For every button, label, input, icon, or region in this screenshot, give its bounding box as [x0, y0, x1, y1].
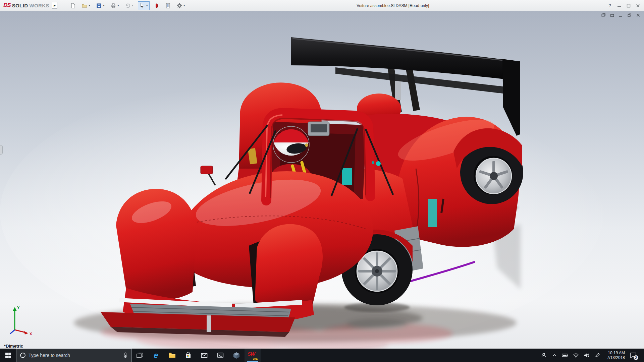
- people-icon: [541, 352, 547, 358]
- start-button[interactable]: [0, 349, 16, 362]
- action-center-button[interactable]: 2: [627, 349, 640, 362]
- doc-pin-button[interactable]: [600, 12, 606, 18]
- save-icon: [96, 3, 102, 9]
- cortana-icon: [20, 352, 26, 358]
- taskbar-mail[interactable]: [196, 349, 212, 362]
- doc-pin-icon: [601, 13, 606, 17]
- taskbar-clock[interactable]: 10:19 AM 7/13/2018: [603, 349, 626, 362]
- battery-icon: [562, 353, 569, 357]
- doc-minimize-button[interactable]: [618, 12, 624, 18]
- network-button[interactable]: [571, 349, 581, 362]
- settings-gear-icon: [176, 3, 182, 9]
- x-axis-label: X: [30, 332, 32, 336]
- red-tool-button[interactable]: [152, 1, 161, 10]
- taskbar-solidworks[interactable]: SW 2017: [245, 349, 261, 362]
- view-orientation-label: *Dimetric: [4, 344, 23, 349]
- front-left-fender[interactable]: [116, 189, 196, 300]
- undo-dropdown-caret[interactable]: ▼: [131, 4, 134, 7]
- windows-taskbar: e: [0, 349, 644, 362]
- clock-time: 10:19 AM: [608, 351, 625, 355]
- teal-panel[interactable]: [428, 199, 437, 227]
- cockpit-teal-panel: [342, 168, 352, 185]
- taskbar-cube-viewer[interactable]: [228, 349, 245, 362]
- command-prompt-icon: [217, 352, 224, 359]
- z-axis-line: [10, 330, 15, 334]
- brand-works-text: WORKS: [29, 3, 49, 8]
- mail-icon: [201, 352, 208, 359]
- ds-logo-mark: DS: [3, 2, 11, 9]
- solidworks-window: DS SOLIDWORKS ▶ ▼ ▼ ▼ ▼: [0, 0, 644, 362]
- select-button[interactable]: ▼: [138, 1, 150, 10]
- taskbar-command-prompt[interactable]: [212, 349, 228, 362]
- close-button[interactable]: [633, 1, 643, 10]
- quick-access-toolbar: ▼ ▼ ▼ ▼ ▼: [69, 0, 187, 11]
- doc-close-button[interactable]: [635, 12, 641, 18]
- doc-minimize-icon: [619, 13, 623, 17]
- chevron-up-icon: [552, 354, 557, 357]
- help-button[interactable]: ?: [605, 1, 614, 10]
- undo-button[interactable]: ▼: [123, 1, 135, 10]
- search-input[interactable]: [29, 353, 120, 358]
- taskbar-file-explorer[interactable]: [164, 349, 180, 362]
- people-button[interactable]: [539, 349, 548, 362]
- document-properties-button[interactable]: [164, 1, 172, 10]
- settings-button[interactable]: ▼: [175, 1, 187, 10]
- save-dropdown-caret[interactable]: ▼: [103, 4, 105, 7]
- doc-float-button[interactable]: [609, 12, 615, 18]
- maximize-button[interactable]: [624, 1, 633, 10]
- tow-post: [207, 315, 211, 332]
- taskbar-search[interactable]: [16, 349, 132, 362]
- save-button[interactable]: ▼: [95, 1, 106, 10]
- x-axis-arrow: [24, 331, 28, 335]
- print-dropdown-caret[interactable]: ▼: [117, 4, 119, 7]
- task-view-icon: [136, 352, 144, 359]
- graphics-viewport[interactable]: Y X *Dimetric: [0, 11, 644, 349]
- doc-close-icon: [636, 13, 641, 17]
- window-title: Voiture assomblee.SLDASM [Read-only]: [357, 0, 429, 11]
- red-tool-icon: [154, 3, 160, 9]
- pen-icon: [595, 353, 600, 358]
- car-model-canvas[interactable]: [0, 11, 644, 349]
- edge-icon: e: [154, 351, 158, 359]
- microphone-icon[interactable]: [123, 352, 128, 358]
- pen-button[interactable]: [593, 349, 602, 362]
- file-explorer-icon: [168, 351, 176, 359]
- y-axis-arrow: [13, 307, 17, 311]
- brand-solid-text: SOLID: [12, 3, 28, 8]
- new-document-button[interactable]: [69, 1, 77, 10]
- task-view-button[interactable]: [132, 349, 148, 362]
- y-axis-label: Y: [17, 306, 20, 310]
- titlebar: DS SOLIDWORKS ▶ ▼ ▼ ▼ ▼: [0, 0, 644, 11]
- undo-icon: [125, 3, 131, 9]
- menu-flyout-button[interactable]: ▶: [52, 2, 57, 9]
- windows-logo-icon: [5, 353, 11, 358]
- teal-indicator: [376, 161, 381, 166]
- minimize-icon: [617, 4, 621, 8]
- open-dropdown-caret[interactable]: ▼: [88, 4, 91, 7]
- window-controls: ?: [605, 0, 643, 11]
- print-icon: [110, 3, 116, 9]
- select-dropdown-caret[interactable]: ▼: [146, 4, 148, 7]
- store-icon: [184, 352, 192, 359]
- battery-button[interactable]: [560, 349, 570, 362]
- print-button[interactable]: ▼: [109, 1, 121, 10]
- volume-icon: [584, 353, 590, 358]
- open-button[interactable]: ▼: [80, 1, 92, 10]
- flyout-arrow-icon: ▶: [54, 4, 56, 7]
- doc-restore-button[interactable]: [627, 12, 633, 18]
- open-folder-icon: [82, 3, 88, 9]
- taskbar-edge[interactable]: e: [148, 349, 164, 362]
- orientation-triad: Y X: [5, 304, 36, 336]
- settings-dropdown-caret[interactable]: ▼: [183, 4, 185, 7]
- volume-button[interactable]: [582, 349, 591, 362]
- cube-app-icon: [233, 352, 240, 359]
- solidworks-app-icon: SW 2017: [248, 351, 258, 360]
- doc-restore-icon: [627, 13, 632, 17]
- minimize-button[interactable]: [614, 1, 624, 10]
- feature-manager-collapse-tab[interactable]: [0, 145, 3, 155]
- doc-float-icon: [610, 13, 614, 17]
- clock-date: 7/13/2018: [607, 355, 625, 360]
- tray-overflow-button[interactable]: [550, 349, 559, 362]
- taskbar-store[interactable]: [180, 349, 196, 362]
- select-arrow-icon: [139, 3, 145, 9]
